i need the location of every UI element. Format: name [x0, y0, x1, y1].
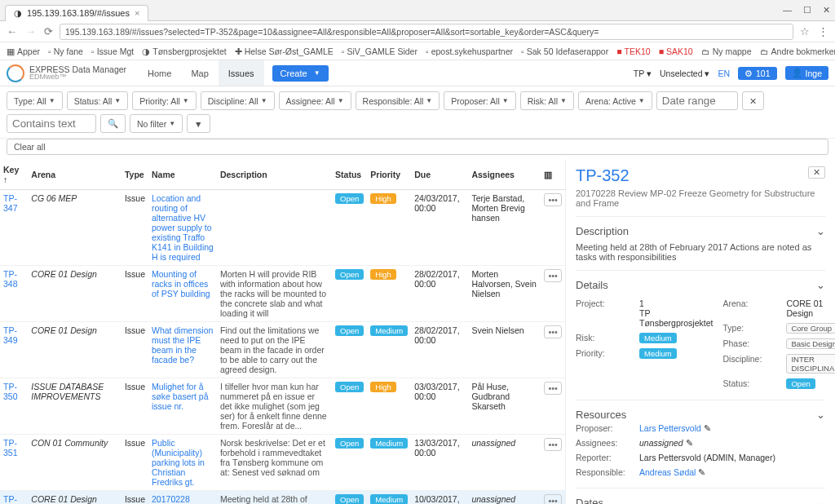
- filter-date-range[interactable]: [656, 91, 738, 110]
- star-icon[interactable]: ☆: [798, 25, 811, 38]
- row-actions-button[interactable]: •••: [544, 193, 562, 206]
- col-desc[interactable]: Description: [217, 160, 332, 190]
- back-button[interactable]: ←: [5, 25, 19, 38]
- filter-responsible[interactable]: Responsible: All▼: [356, 91, 440, 110]
- col-name[interactable]: Name: [148, 160, 217, 190]
- chevron-down-icon: ⌄: [816, 497, 825, 504]
- app-brand: EXPRESS Data ManagerEDMweb™: [29, 65, 126, 82]
- bookmark-item[interactable]: ▫ Sak 50 Idefaserappor: [521, 46, 608, 56]
- issue-key-link[interactable]: TP-351: [3, 438, 18, 458]
- reporter-link[interactable]: Lars Pettersvold (ADMIN, Manager): [639, 453, 825, 462]
- settings-button[interactable]: ⚙ 101: [738, 67, 777, 80]
- filter-discipline[interactable]: Discipline: All▼: [201, 91, 275, 110]
- menu-icon[interactable]: ⋮: [816, 25, 830, 38]
- col-status[interactable]: Status: [332, 160, 367, 190]
- filter-search-input[interactable]: [7, 114, 96, 133]
- col-settings-icon[interactable]: ▥: [541, 160, 565, 190]
- filter-search-button[interactable]: 🔍: [100, 114, 126, 133]
- apps-button[interactable]: ▦ Apper: [7, 46, 40, 56]
- bookmark-overflow[interactable]: 🗀 Andre bokmerker: [760, 46, 835, 56]
- proposer-link[interactable]: Lars Pettersvold: [639, 423, 701, 433]
- window-close-button[interactable]: ✕: [823, 5, 830, 15]
- filter-assignee[interactable]: Assignee: All▼: [279, 91, 351, 110]
- address-input[interactable]: [60, 24, 793, 40]
- browser-tab[interactable]: ◑ 195.139.163.189/#/issues ×: [5, 5, 148, 21]
- issue-name-link[interactable]: Mulighet for å søke basert på issue nr.: [152, 382, 208, 411]
- issues-table-wrapper[interactable]: Key ↑ Arena Type Name Description Status…: [0, 160, 566, 504]
- filter-status[interactable]: Status: All▼: [67, 91, 129, 110]
- edit-icon[interactable]: ✎: [686, 438, 693, 448]
- section-description-header[interactable]: Description⌄: [576, 225, 825, 237]
- table-row[interactable]: TP-350ISSUE DATABASE IMPROVEMENTSIssueMu…: [0, 378, 565, 435]
- nav-issues[interactable]: Issues: [219, 60, 264, 86]
- nav-home[interactable]: Home: [138, 60, 181, 86]
- bookmark-item[interactable]: ■ SAK10: [659, 46, 693, 56]
- address-bar-row: ← → ⟳ ☆ ⋮: [0, 21, 835, 42]
- forward-button[interactable]: →: [24, 25, 38, 38]
- issue-name-link[interactable]: Location and routing of alternative HV p…: [152, 193, 214, 262]
- context-tp[interactable]: TP ▾: [634, 69, 652, 78]
- edit-icon[interactable]: ✎: [704, 423, 711, 433]
- issue-name-link[interactable]: What dimension must the IPE beam in the …: [152, 325, 213, 365]
- table-row[interactable]: TP-352CORE 01 DesignIssue20170228 Review…: [0, 491, 565, 505]
- section-dates-header[interactable]: Dates⌄: [576, 497, 825, 504]
- create-button[interactable]: Create▼: [272, 65, 329, 82]
- lang-switch[interactable]: EN: [718, 69, 730, 78]
- bookmark-item[interactable]: ✚ Helse Sør-Øst_GAMLE: [235, 46, 334, 56]
- section-resources-header[interactable]: Resources⌄: [576, 409, 825, 421]
- issue-name-link[interactable]: Public (Municipality) parking lots in Ch…: [152, 438, 205, 487]
- table-row[interactable]: TP-349CORE 01 DesignIssueWhat dimension …: [0, 322, 565, 378]
- col-arena[interactable]: Arena: [28, 160, 121, 190]
- col-key[interactable]: Key ↑: [0, 160, 28, 190]
- col-type[interactable]: Type: [121, 160, 148, 190]
- app-header: EXPRESS Data ManagerEDMweb™ Home Map Iss…: [0, 60, 835, 86]
- filter-risk[interactable]: Risk: All▼: [520, 91, 574, 110]
- row-actions-button[interactable]: •••: [544, 494, 562, 504]
- status-badge: Open: [335, 382, 364, 392]
- table-row[interactable]: TP-351CON 01 CommunityIssuePublic (Munic…: [0, 435, 565, 491]
- issue-key-link[interactable]: TP-348: [3, 269, 18, 289]
- row-actions-button[interactable]: •••: [544, 325, 562, 338]
- filter-funnel-icon[interactable]: ▼: [187, 114, 210, 133]
- window-minimize-button[interactable]: —: [783, 5, 792, 15]
- clear-all-button[interactable]: Clear all: [7, 139, 828, 155]
- bookmark-item[interactable]: ■ TEK10: [616, 46, 650, 56]
- row-actions-button[interactable]: •••: [544, 438, 562, 451]
- priority-badge: High: [370, 382, 396, 392]
- table-row[interactable]: TP-347CG 06 MEPIssueLocation and routing…: [0, 190, 565, 266]
- row-actions-button[interactable]: •••: [544, 269, 562, 282]
- filter-proposer[interactable]: Proposer: All▼: [444, 91, 515, 110]
- section-details-header[interactable]: Details⌄: [576, 279, 825, 291]
- filter-type[interactable]: Type: All▼: [7, 91, 63, 110]
- col-due[interactable]: Due: [411, 160, 468, 190]
- col-assignees[interactable]: Assignees: [468, 160, 541, 190]
- responsible-link[interactable]: Andreas Sødal: [639, 467, 696, 477]
- bookmark-item[interactable]: 🗀 Ny mappe: [701, 46, 752, 56]
- bookmark-item[interactable]: ▫ Issue Mgt: [91, 46, 134, 56]
- issue-key-link[interactable]: TP-352: [3, 494, 18, 504]
- nav-map[interactable]: Map: [181, 60, 218, 86]
- bookmark-item[interactable]: ▫ epost.sykehuspartner: [426, 46, 513, 56]
- bookmark-item[interactable]: ▫ Ny fane: [48, 46, 83, 56]
- window-maximize-button[interactable]: ☐: [803, 5, 811, 15]
- issue-key-link[interactable]: TP-347: [3, 193, 18, 213]
- issue-name-link[interactable]: 20170228 Review MP-02 Freeze Geometry fo…: [152, 494, 207, 504]
- filter-nofilter[interactable]: No filter ▼: [130, 114, 183, 133]
- edit-icon[interactable]: ✎: [698, 467, 705, 477]
- reload-button[interactable]: ⟳: [42, 25, 55, 38]
- row-actions-button[interactable]: •••: [544, 382, 562, 395]
- context-unselected[interactable]: Unselected ▾: [660, 69, 709, 78]
- bookmark-item[interactable]: ▫ SiV_GAMLE Sider: [342, 46, 418, 56]
- detail-close-button[interactable]: ✕: [808, 166, 825, 179]
- issue-key-link[interactable]: TP-349: [3, 325, 18, 345]
- table-row[interactable]: TP-348CORE 01 DesignIssueMounting of rac…: [0, 266, 565, 322]
- filter-arena[interactable]: Arena: Active▼: [578, 91, 652, 110]
- filter-priority[interactable]: Priority: All▼: [132, 91, 197, 110]
- col-prio[interactable]: Priority: [367, 160, 411, 190]
- filter-date-clear[interactable]: ✕: [742, 91, 764, 110]
- user-menu[interactable]: 👤 Inge: [785, 66, 828, 80]
- issue-name-link[interactable]: Mounting of racks in offices of PSY buil…: [152, 269, 210, 298]
- bookmark-item[interactable]: ◑ Tønsbergprosjektet: [142, 46, 226, 56]
- issue-key-link[interactable]: TP-350: [3, 382, 18, 401]
- tab-close-icon[interactable]: ×: [135, 8, 139, 18]
